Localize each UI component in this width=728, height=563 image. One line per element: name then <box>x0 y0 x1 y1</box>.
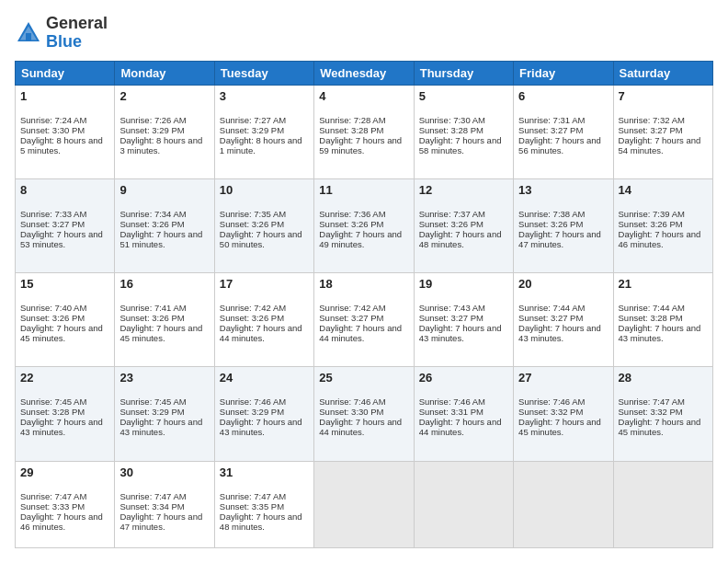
daylight-text: Daylight: 7 hours and 46 minutes. <box>20 511 103 532</box>
sunrise-text: Sunrise: 7:45 AM <box>20 396 86 407</box>
day-number: 12 <box>419 183 508 197</box>
table-row: 5Sunrise: 7:30 AMSunset: 3:28 PMDaylight… <box>414 85 513 178</box>
sunset-text: Sunset: 3:26 PM <box>220 313 284 323</box>
sunset-text: Sunset: 3:28 PM <box>619 313 683 323</box>
day-number: 16 <box>119 277 209 291</box>
sunrise-text: Sunrise: 7:47 AM <box>220 491 286 501</box>
col-monday: Monday <box>115 61 214 85</box>
table-row: 9Sunrise: 7:34 AMSunset: 3:26 PMDaylight… <box>115 178 214 272</box>
daylight-text: Daylight: 7 hours and 43 minutes. <box>619 323 701 343</box>
table-row: 24Sunrise: 7:46 AMSunset: 3:29 PMDayligh… <box>214 367 313 461</box>
sunset-text: Sunset: 3:30 PM <box>319 407 383 417</box>
sunrise-text: Sunrise: 7:26 AM <box>119 115 186 125</box>
sunrise-text: Sunrise: 7:45 AM <box>119 396 186 407</box>
sunset-text: Sunset: 3:27 PM <box>518 125 583 135</box>
table-row: 2Sunrise: 7:26 AMSunset: 3:29 PMDaylight… <box>115 85 214 178</box>
sunset-text: Sunset: 3:34 PM <box>119 501 184 511</box>
sunset-text: Sunset: 3:26 PM <box>119 219 184 229</box>
sunset-text: Sunset: 3:31 PM <box>419 407 483 417</box>
col-sunday: Sunday <box>16 61 115 85</box>
day-number: 31 <box>220 465 309 479</box>
table-row: 26Sunrise: 7:46 AMSunset: 3:31 PMDayligh… <box>414 367 513 461</box>
sunset-text: Sunset: 3:28 PM <box>20 407 85 417</box>
table-row: 27Sunrise: 7:46 AMSunset: 3:32 PMDayligh… <box>514 367 613 461</box>
sunset-text: Sunset: 3:26 PM <box>619 219 683 229</box>
col-saturday: Saturday <box>613 61 712 85</box>
table-row: 22Sunrise: 7:45 AMSunset: 3:28 PMDayligh… <box>16 367 115 461</box>
day-number: 8 <box>20 183 109 197</box>
table-row: 8Sunrise: 7:33 AMSunset: 3:27 PMDaylight… <box>16 178 115 272</box>
sunrise-text: Sunrise: 7:27 AM <box>220 115 286 125</box>
sunset-text: Sunset: 3:29 PM <box>119 407 184 417</box>
day-number: 26 <box>419 371 508 385</box>
sunset-text: Sunset: 3:33 PM <box>20 501 85 511</box>
table-row: 1Sunrise: 7:24 AMSunset: 3:30 PMDaylight… <box>16 85 115 178</box>
daylight-text: Daylight: 7 hours and 45 minutes. <box>20 323 103 343</box>
calendar-row-1: 1Sunrise: 7:24 AMSunset: 3:30 PMDaylight… <box>16 85 713 178</box>
table-row: 28Sunrise: 7:47 AMSunset: 3:32 PMDayligh… <box>613 367 712 461</box>
daylight-text: Daylight: 7 hours and 45 minutes. <box>619 417 701 437</box>
table-row <box>314 461 414 547</box>
sunrise-text: Sunrise: 7:38 AM <box>518 209 585 219</box>
sunrise-text: Sunrise: 7:30 AM <box>419 115 485 125</box>
col-thursday: Thursday <box>414 61 513 85</box>
sunrise-text: Sunrise: 7:46 AM <box>319 396 385 407</box>
sunrise-text: Sunrise: 7:24 AM <box>20 115 86 125</box>
day-number: 29 <box>20 465 109 479</box>
daylight-text: Daylight: 7 hours and 59 minutes. <box>319 135 402 155</box>
daylight-text: Daylight: 7 hours and 43 minutes. <box>419 323 502 343</box>
sunset-text: Sunset: 3:26 PM <box>518 219 583 229</box>
daylight-text: Daylight: 7 hours and 48 minutes. <box>220 511 302 532</box>
daylight-text: Daylight: 8 hours and 3 minutes. <box>119 135 202 155</box>
day-number: 6 <box>518 89 608 103</box>
col-friday: Friday <box>514 61 613 85</box>
sunrise-text: Sunrise: 7:44 AM <box>619 303 685 313</box>
daylight-text: Daylight: 8 hours and 1 minute. <box>220 135 302 155</box>
sunrise-text: Sunrise: 7:44 AM <box>518 303 585 313</box>
day-number: 11 <box>319 183 408 197</box>
sunset-text: Sunset: 3:28 PM <box>319 125 383 135</box>
logo-text: General Blue <box>46 15 108 52</box>
sunrise-text: Sunrise: 7:47 AM <box>619 396 685 407</box>
daylight-text: Daylight: 7 hours and 45 minutes. <box>119 323 202 343</box>
table-row: 7Sunrise: 7:32 AMSunset: 3:27 PMDaylight… <box>613 85 712 178</box>
table-row: 18Sunrise: 7:42 AMSunset: 3:27 PMDayligh… <box>314 273 414 367</box>
table-row: 6Sunrise: 7:31 AMSunset: 3:27 PMDaylight… <box>514 85 613 178</box>
table-row: 30Sunrise: 7:47 AMSunset: 3:34 PMDayligh… <box>115 461 214 547</box>
table-row: 25Sunrise: 7:46 AMSunset: 3:30 PMDayligh… <box>314 367 414 461</box>
table-row: 17Sunrise: 7:42 AMSunset: 3:26 PMDayligh… <box>214 273 313 367</box>
table-row <box>414 461 513 547</box>
sunset-text: Sunset: 3:27 PM <box>419 313 483 323</box>
day-number: 23 <box>119 371 209 385</box>
day-number: 2 <box>119 89 209 103</box>
day-number: 1 <box>20 89 109 103</box>
table-row: 13Sunrise: 7:38 AMSunset: 3:26 PMDayligh… <box>514 178 613 272</box>
daylight-text: Daylight: 7 hours and 53 minutes. <box>20 229 103 249</box>
sunrise-text: Sunrise: 7:46 AM <box>419 396 485 407</box>
sunset-text: Sunset: 3:26 PM <box>319 219 383 229</box>
day-number: 28 <box>619 371 708 385</box>
logo-icon <box>15 19 42 47</box>
sunset-text: Sunset: 3:27 PM <box>20 219 85 229</box>
sunrise-text: Sunrise: 7:32 AM <box>619 115 685 125</box>
sunrise-text: Sunrise: 7:41 AM <box>119 303 186 313</box>
day-number: 5 <box>419 89 508 103</box>
calendar-row-4: 22Sunrise: 7:45 AMSunset: 3:28 PMDayligh… <box>16 367 713 461</box>
sunset-text: Sunset: 3:32 PM <box>518 407 583 417</box>
sunset-text: Sunset: 3:26 PM <box>119 313 184 323</box>
sunset-text: Sunset: 3:35 PM <box>220 501 284 511</box>
day-number: 25 <box>319 371 408 385</box>
sunrise-text: Sunrise: 7:37 AM <box>419 209 485 219</box>
day-number: 4 <box>319 89 408 103</box>
sunset-text: Sunset: 3:27 PM <box>619 125 683 135</box>
logo: General Blue <box>15 15 108 52</box>
day-number: 19 <box>419 277 508 291</box>
day-number: 3 <box>220 89 309 103</box>
sunrise-text: Sunrise: 7:47 AM <box>20 491 86 501</box>
table-row: 11Sunrise: 7:36 AMSunset: 3:26 PMDayligh… <box>314 178 414 272</box>
logo-general: General <box>46 14 108 32</box>
daylight-text: Daylight: 7 hours and 46 minutes. <box>619 229 701 249</box>
daylight-text: Daylight: 7 hours and 47 minutes. <box>518 229 601 249</box>
daylight-text: Daylight: 7 hours and 43 minutes. <box>220 417 302 437</box>
day-number: 24 <box>220 371 309 385</box>
